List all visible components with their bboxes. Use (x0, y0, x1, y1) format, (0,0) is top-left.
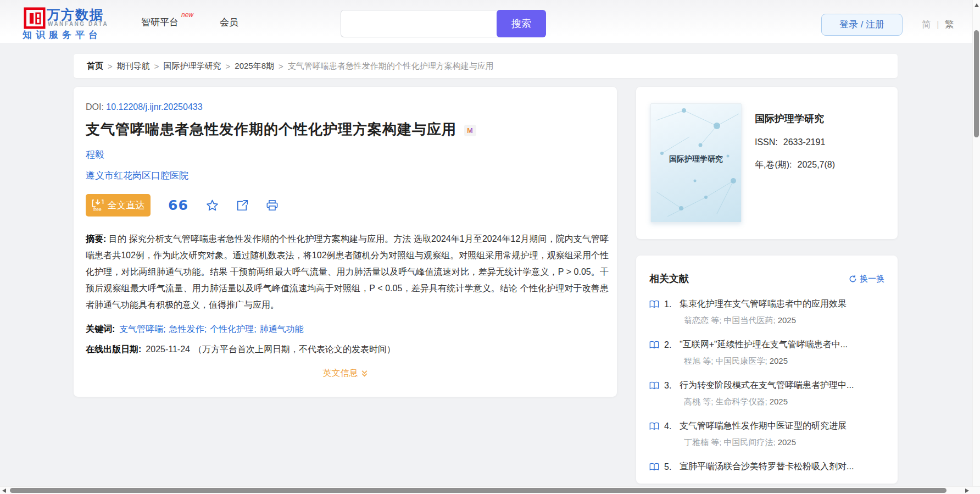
volume-label: 年,卷(期): (755, 160, 792, 169)
nav-member[interactable]: 会员 (220, 16, 238, 29)
vertical-scrollbar[interactable] (972, 0, 980, 486)
scroll-left-arrow[interactable] (2, 489, 6, 493)
horizontal-scroll-thumb[interactable] (10, 488, 946, 493)
book-icon (649, 463, 659, 471)
breadcrumb-separator: > (226, 62, 231, 71)
abstract-label: 摘要: (86, 234, 106, 243)
doi-label: DOI: (86, 102, 104, 112)
related-item-meta: 丁雅楠 等; 中国民间疗法;2025 (684, 437, 884, 448)
lang-simplified[interactable]: 简 (922, 19, 931, 30)
issn-label: ISSN: (755, 137, 778, 147)
affiliation-link[interactable]: 遵义市红花岗区口腔医院 (86, 169, 605, 182)
brand-name-en: WANFANG DATA (48, 21, 108, 27)
breadcrumb-separator: > (108, 62, 113, 71)
related-item: 4. 支气管哮喘急性发作期中医证型的研究进展 丁雅楠 等; 中国民间疗法;202… (649, 420, 884, 448)
login-register-button[interactable]: 登录 / 注册 (821, 14, 903, 36)
journal-volume-row: 年,卷(期):2025,7(8) (755, 159, 835, 171)
keywords-label: 关键词: (86, 324, 115, 334)
keyword-link[interactable]: 支气管哮喘; (119, 324, 165, 334)
abstract-text: 摘要: 目的 探究分析支气管哮喘患者急性发作期的个性化护理方案构建与应用。方法 … (86, 231, 609, 313)
related-item: 3. 行为转变阶段模式在支气管哮喘患者护理中... 高桃 等; 生命科学仪器;2… (649, 380, 884, 407)
keyword-link[interactable]: 个性化护理; (210, 324, 256, 334)
related-item-meta: 程旭 等; 中国民康医学;2025 (684, 356, 884, 367)
breadcrumb-separator: > (279, 62, 283, 71)
related-item-link[interactable]: 宣肺平喘汤联合沙美特罗替卡松粉吸入剂对... (680, 461, 854, 473)
english-info-row: 英文信息 (86, 368, 605, 379)
keyword-link[interactable]: 急性发作; (169, 324, 207, 334)
english-info-toggle[interactable]: 英文信息 (323, 368, 368, 379)
related-item-meta: 高桃 等; 生命科学仪器;2025 (684, 397, 884, 407)
language-switch: 简|繁 (922, 18, 954, 31)
related-item-link[interactable]: 支气管哮喘急性发作期中医证型的研究进展 (680, 420, 847, 432)
related-item-number: 5. (664, 462, 680, 472)
doi-row: DOI: 10.12208/j.ijnr.20250433 (86, 102, 605, 112)
related-item-link[interactable]: 集束化护理在支气管哮喘患者中的应用效果 (680, 298, 847, 310)
related-item: 5. 宣肺平喘汤联合沙美特罗替卡松粉吸入剂对... (649, 461, 884, 473)
breadcrumb-home[interactable]: 首页 (87, 61, 103, 71)
related-item-number: 1. (664, 299, 680, 309)
search-button[interactable]: 搜索 (497, 10, 546, 37)
horizontal-scrollbar[interactable] (0, 486, 980, 494)
journal-info: 国际护理学研究 ISSN:2633-2191 年,卷(期):2025,7(8) (755, 103, 835, 223)
search-bar: 搜索 (341, 10, 548, 37)
related-item-meta: 翁恋恋 等; 中国当代医药;2025 (684, 315, 884, 326)
fulltext-button[interactable]: free 全文直达 (86, 194, 151, 217)
doi-link[interactable]: 10.12208/j.ijnr.20250433 (106, 102, 202, 112)
online-date-note: （万方平台首次上网日期，不代表论文的发表时间） (193, 345, 396, 354)
search-input[interactable] (341, 10, 499, 37)
article-title: 支气管哮喘患者急性发作期的个性化护理方案构建与应用M (86, 120, 605, 139)
free-download-icon: free (92, 199, 104, 212)
related-item-number: 2. (664, 340, 680, 350)
favorite-star-icon[interactable] (206, 199, 219, 212)
related-item-number: 4. (664, 421, 680, 431)
metrics-badge[interactable]: M (464, 125, 476, 136)
refresh-icon (849, 275, 857, 283)
related-item-link[interactable]: "互联网+"延续性护理在支气管哮喘患者中... (680, 339, 848, 351)
site-header: 万方数据 WANFANG DATA 知识服务平台 智研平台 new 会员 搜索 … (0, 0, 980, 43)
related-title: 相关文献 (649, 272, 689, 285)
online-date-label: 在线出版日期: (86, 345, 141, 354)
online-date-row: 在线出版日期:2025-11-24（万方平台首次上网日期，不代表论文的发表时间） (86, 344, 605, 356)
book-icon (649, 300, 659, 308)
author-link[interactable]: 程毅 (86, 148, 605, 161)
issn-value: 2633-2191 (783, 137, 826, 147)
breadcrumb-separator: > (154, 62, 159, 71)
scroll-up-arrow[interactable] (975, 3, 979, 7)
scroll-right-arrow[interactable] (965, 489, 969, 493)
svg-text:free: free (93, 207, 102, 212)
breadcrumb-journal[interactable]: 国际护理学研究 (164, 61, 221, 71)
keywords-row: 关键词:支气管哮喘;急性发作;个性化护理;肺通气功能 (86, 324, 605, 335)
related-literature-card: 相关文献 换一换 1. 集束化护理在支气管哮喘患者中的应用效果 翁恋恋 等; 中… (636, 256, 898, 484)
related-header: 相关文献 换一换 (649, 272, 884, 285)
cite-icon[interactable]: 66 (168, 200, 188, 211)
breadcrumb-current-article: 支气管哮喘患者急性发作期的个性化护理方案构建与应用 (288, 61, 494, 71)
journal-cover-title: 国际护理学研究 (651, 154, 741, 164)
print-icon[interactable] (266, 199, 279, 212)
online-date-value: 2025-11-24 (146, 345, 190, 354)
article-actions: free 全文直达 66 (86, 194, 605, 217)
journal-card: 国际护理学研究 国际护理学研究 ISSN:2633-2191 年,卷(期):20… (636, 87, 898, 239)
book-icon (649, 381, 659, 390)
breadcrumb: 首页 > 期刊导航 > 国际护理学研究 > 2025年8期 > 支气管哮喘患者急… (74, 54, 898, 78)
lang-traditional[interactable]: 繁 (944, 19, 954, 30)
book-icon (649, 422, 659, 430)
breadcrumb-issue[interactable]: 2025年8期 (235, 61, 274, 71)
vertical-scroll-thumb[interactable] (974, 30, 979, 137)
journal-name[interactable]: 国际护理学研究 (755, 112, 835, 125)
wanfang-logo-icon[interactable] (24, 7, 46, 29)
volume-value: 2025,7(8) (798, 160, 836, 169)
new-badge: new (181, 11, 193, 19)
article-card: DOI: 10.12208/j.ijnr.20250433 支气管哮喘患者急性发… (74, 87, 617, 397)
keyword-link[interactable]: 肺通气功能 (260, 324, 304, 334)
refresh-related-button[interactable]: 换一换 (849, 274, 884, 284)
journal-issn-row: ISSN:2633-2191 (755, 137, 835, 147)
breadcrumb-journal-nav[interactable]: 期刊导航 (117, 61, 150, 71)
brand-tagline: 知识服务平台 (23, 29, 102, 41)
journal-cover[interactable]: 国际护理学研究 (650, 103, 742, 223)
nav-zhiyan-platform[interactable]: 智研平台 (141, 16, 179, 29)
related-item: 2. "互联网+"延续性护理在支气管哮喘患者中... 程旭 等; 中国民康医学;… (649, 339, 884, 367)
related-item-link[interactable]: 行为转变阶段模式在支气管哮喘患者护理中... (680, 380, 854, 391)
share-icon[interactable] (236, 199, 248, 212)
chevron-double-down-icon (361, 370, 368, 378)
related-item-number: 3. (664, 381, 680, 391)
